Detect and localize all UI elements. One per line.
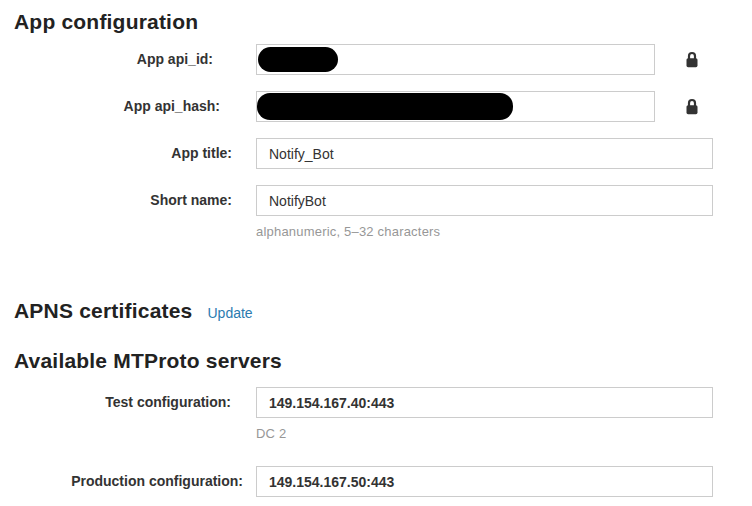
field-label-app-api-hash: App api_hash: bbox=[0, 91, 249, 122]
section-heading-apns-certificates: APNS certificates bbox=[14, 299, 192, 323]
test-configuration-input[interactable] bbox=[256, 387, 713, 418]
app-api-hash-input[interactable] bbox=[256, 91, 655, 122]
short-name-input[interactable] bbox=[256, 185, 713, 216]
short-name-helper-text: alphanumeric, 5–32 characters bbox=[256, 224, 713, 239]
app-title-input[interactable] bbox=[256, 138, 713, 169]
app-configuration-page: App configuration App api_id: App api_ha… bbox=[0, 10, 752, 506]
form-row-short-name: Short name: alphanumeric, 5–32 character… bbox=[0, 185, 752, 239]
form-row-api-id: App api_id: bbox=[0, 44, 752, 75]
form-row-production-configuration: Production configuration: DC 2 bbox=[0, 466, 752, 506]
app-api-id-input[interactable] bbox=[256, 44, 655, 75]
field-label-production-configuration: Production configuration: bbox=[0, 466, 249, 497]
form-row-api-hash: App api_hash: bbox=[0, 91, 752, 122]
form-row-app-title: App title: bbox=[0, 138, 752, 169]
field-label-app-api-id: App api_id: bbox=[0, 44, 249, 75]
apns-heading-row: APNS certificates Update bbox=[0, 255, 752, 323]
field-label-app-title: App title: bbox=[0, 138, 249, 169]
form-row-test-configuration: Test configuration: DC 2 bbox=[0, 387, 752, 441]
production-configuration-input[interactable] bbox=[256, 466, 713, 497]
lock-icon bbox=[685, 51, 699, 68]
lock-icon bbox=[685, 98, 699, 115]
field-label-short-name: Short name: bbox=[0, 185, 249, 216]
section-heading-app-configuration: App configuration bbox=[14, 10, 752, 34]
section-heading-mtproto-servers: Available MTProto servers bbox=[14, 349, 752, 373]
apns-update-link[interactable]: Update bbox=[207, 305, 252, 321]
field-label-test-configuration: Test configuration: bbox=[0, 387, 249, 418]
test-configuration-dc-text: DC 2 bbox=[256, 426, 713, 441]
